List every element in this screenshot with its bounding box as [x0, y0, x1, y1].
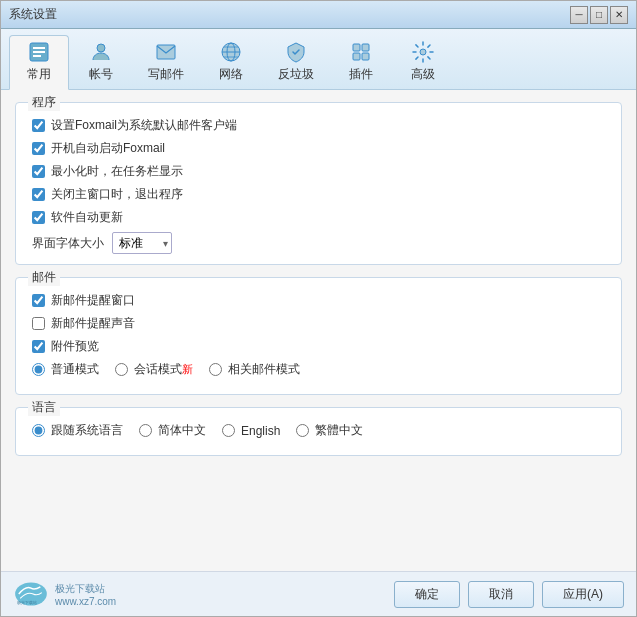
checkbox-default-client[interactable]	[32, 119, 45, 132]
language-section-content: 跟随系统语言 简体中文 English 繁體中文	[16, 408, 621, 455]
svg-rect-3	[33, 55, 41, 57]
tab-common[interactable]: 常用	[9, 35, 69, 90]
checkbox-attachment-preview[interactable]	[32, 340, 45, 353]
tab-common-label: 常用	[27, 66, 51, 83]
radio-group-related-mode: 相关邮件模式	[209, 361, 300, 378]
svg-rect-13	[353, 53, 360, 60]
radio-simplified-chinese[interactable]	[139, 424, 152, 437]
program-section-content: 设置Foxmail为系统默认邮件客户端 开机自动启动Foxmail 最小化时，在…	[16, 103, 621, 264]
checkbox-new-mail-sound-label: 新邮件提醒声音	[51, 315, 135, 332]
radio-group-simplified-chinese: 简体中文	[139, 422, 206, 439]
apply-button[interactable]: 应用(A)	[542, 581, 624, 608]
title-bar-controls: ─ □ ✕	[570, 6, 628, 24]
radio-group-english: English	[222, 424, 280, 438]
radio-normal-mode[interactable]	[32, 363, 45, 376]
footer: 极光下载站 极光下载站 www.xz7.com 确定 取消 应用(A)	[1, 571, 636, 616]
mail-mode-radio-row: 普通模式 会话模式新 相关邮件模式	[32, 361, 605, 378]
font-size-select-wrapper: 小 标准 大	[112, 232, 172, 254]
tab-network-label: 网络	[219, 66, 243, 83]
tab-network[interactable]: 网络	[201, 35, 261, 89]
window-title: 系统设置	[9, 6, 57, 23]
checkbox-new-mail-sound[interactable]	[32, 317, 45, 330]
radio-traditional-chinese-label: 繁體中文	[315, 422, 363, 439]
tab-antispam-label: 反垃圾	[278, 66, 314, 83]
program-section: 程序 设置Foxmail为系统默认邮件客户端 开机自动启动Foxmail 最小化…	[15, 102, 622, 265]
svg-rect-1	[33, 47, 45, 49]
title-bar: 系统设置 ─ □ ✕	[1, 1, 636, 29]
radio-traditional-chinese[interactable]	[296, 424, 309, 437]
svg-rect-5	[157, 45, 175, 59]
svg-rect-11	[353, 44, 360, 51]
checkbox-auto-update[interactable]	[32, 211, 45, 224]
svg-rect-14	[362, 53, 369, 60]
checkbox-new-mail-alert[interactable]	[32, 294, 45, 307]
checkbox-auto-start[interactable]	[32, 142, 45, 155]
checkbox-close-exit-row: 关闭主窗口时，退出程序	[32, 186, 605, 203]
tab-plugins[interactable]: 插件	[331, 35, 391, 89]
language-section: 语言 跟随系统语言 简体中文 English	[15, 407, 622, 456]
font-size-label: 界面字体大小	[32, 235, 104, 252]
svg-text:极光下载站: 极光下载站	[16, 600, 37, 605]
checkbox-default-client-label: 设置Foxmail为系统默认邮件客户端	[51, 117, 237, 134]
tab-common-icon	[27, 40, 51, 64]
svg-rect-12	[362, 44, 369, 51]
checkbox-auto-start-label: 开机自动启动Foxmail	[51, 140, 165, 157]
checkbox-new-mail-sound-row: 新邮件提醒声音	[32, 315, 605, 332]
checkbox-new-mail-alert-label: 新邮件提醒窗口	[51, 292, 135, 309]
svg-point-4	[97, 44, 105, 52]
cancel-button[interactable]: 取消	[468, 581, 534, 608]
radio-group-follow-system: 跟随系统语言	[32, 422, 123, 439]
checkbox-default-client-row: 设置Foxmail为系统默认邮件客户端	[32, 117, 605, 134]
system-settings-window: 系统设置 ─ □ ✕ 常用	[0, 0, 637, 617]
checkbox-minimize-taskbar-row: 最小化时，在任务栏显示	[32, 163, 605, 180]
radio-group-normal-mode: 普通模式	[32, 361, 99, 378]
tab-advanced[interactable]: 高级	[393, 35, 453, 89]
tab-compose[interactable]: 写邮件	[133, 35, 199, 89]
mail-section-content: 新邮件提醒窗口 新邮件提醒声音 附件预览 普通模式	[16, 278, 621, 394]
watermark-line1: 极光下载站	[55, 582, 116, 596]
radio-english[interactable]	[222, 424, 235, 437]
tab-account-label: 帐号	[89, 66, 113, 83]
radio-english-label: English	[241, 424, 280, 438]
mail-section: 邮件 新邮件提醒窗口 新邮件提醒声音 附件预览 普通模式	[15, 277, 622, 395]
language-section-title: 语言	[28, 399, 60, 416]
radio-follow-system[interactable]	[32, 424, 45, 437]
checkbox-auto-update-label: 软件自动更新	[51, 209, 123, 226]
tab-network-icon	[219, 40, 243, 64]
tab-compose-icon	[154, 40, 178, 64]
font-size-select[interactable]: 小 标准 大	[112, 232, 172, 254]
tab-advanced-label: 高级	[411, 66, 435, 83]
watermark-logo-icon: 极光下载站	[13, 580, 49, 608]
radio-normal-mode-label: 普通模式	[51, 361, 99, 378]
radio-related-mode-label: 相关邮件模式	[228, 361, 300, 378]
tab-bar: 常用 帐号 写邮件	[1, 29, 636, 90]
close-button[interactable]: ✕	[610, 6, 628, 24]
maximize-button[interactable]: □	[590, 6, 608, 24]
checkbox-auto-update-row: 软件自动更新	[32, 209, 605, 226]
checkbox-close-exit[interactable]	[32, 188, 45, 201]
session-mode-badge: 新	[182, 363, 193, 375]
tab-antispam-icon	[284, 40, 308, 64]
tab-advanced-icon	[411, 40, 435, 64]
checkbox-minimize-taskbar[interactable]	[32, 165, 45, 178]
content-area: 程序 设置Foxmail为系统默认邮件客户端 开机自动启动Foxmail 最小化…	[1, 90, 636, 571]
minimize-button[interactable]: ─	[570, 6, 588, 24]
svg-point-15	[420, 49, 426, 55]
svg-rect-2	[33, 51, 45, 53]
tab-account[interactable]: 帐号	[71, 35, 131, 89]
checkbox-attachment-preview-label: 附件预览	[51, 338, 99, 355]
watermark-line2: www.xz7.com	[55, 596, 116, 607]
radio-session-mode[interactable]	[115, 363, 128, 376]
checkbox-auto-start-row: 开机自动启动Foxmail	[32, 140, 605, 157]
language-radio-row: 跟随系统语言 简体中文 English 繁體中文	[32, 422, 605, 439]
tab-antispam[interactable]: 反垃圾	[263, 35, 329, 89]
confirm-button[interactable]: 确定	[394, 581, 460, 608]
radio-follow-system-label: 跟随系统语言	[51, 422, 123, 439]
program-section-title: 程序	[28, 94, 60, 111]
radio-related-mode[interactable]	[209, 363, 222, 376]
checkbox-minimize-taskbar-label: 最小化时，在任务栏显示	[51, 163, 183, 180]
font-size-row: 界面字体大小 小 标准 大	[32, 232, 605, 254]
checkbox-attachment-preview-row: 附件预览	[32, 338, 605, 355]
mail-section-title: 邮件	[28, 269, 60, 286]
tab-compose-label: 写邮件	[148, 66, 184, 83]
